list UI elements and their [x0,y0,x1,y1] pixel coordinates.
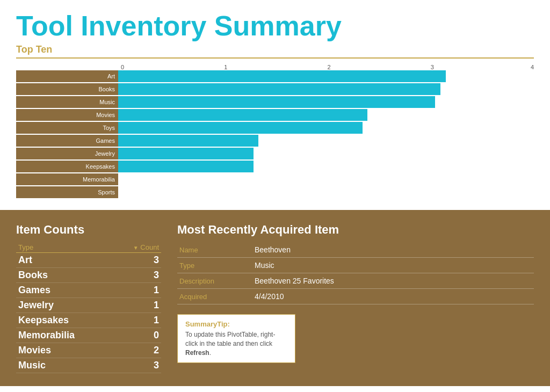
count-value-cell: 3 [113,253,161,268]
recent-table: NameBeethovenTypeMusicDescriptionBeethov… [177,242,534,304]
bar-fill [118,135,258,147]
chart-bar-row: Games [16,135,534,147]
recently-acquired-panel: Most Recently Acquired Item NameBeethove… [161,223,534,373]
bar-fill [118,109,367,121]
bar-label: Games [16,135,118,147]
count-table-row: Music3 [16,358,161,373]
bar-label: Memorabilia [16,173,118,185]
bar-track [118,186,534,198]
page-title: Tool Inventory Summary [0,0,550,44]
bar-track [118,109,534,121]
recent-field-value: Music [252,258,534,273]
chart-bar-row: Music [16,96,534,108]
bar-label: Art [16,70,118,82]
count-table-row: Keepsakes1 [16,313,161,328]
recent-field-value: Beethoven [252,242,534,258]
recent-field-label: Description [177,273,252,289]
bar-label: Books [16,83,118,95]
count-value-cell: 0 [113,328,161,343]
axis-label-1: 1 [224,64,227,70]
chart-bar-row: Books [16,83,534,95]
recently-acquired-heading: Most Recently Acquired Item [177,223,534,237]
bar-fill [118,83,440,95]
axis-label-3: 3 [431,64,434,70]
bar-track [118,148,534,159]
recent-field-label: Name [177,242,252,258]
summary-tip-title: SummaryTip: [185,320,287,328]
recent-field-label: Type [177,258,252,273]
count-value-cell: 2 [113,343,161,358]
bar-label: Keepsakes [16,161,118,172]
summary-tip: SummaryTip: To update this PivotTable, r… [177,314,295,363]
col-count-header: ▼ Count [113,242,161,253]
count-type-cell: Jewelry [16,298,113,313]
bottom-section: Item Counts Type ▼ Count Art3Books3Games… [0,210,550,386]
chart-bar-row: Movies [16,109,534,121]
count-table-row: Art3 [16,253,161,268]
recent-field-label: Acquired [177,289,252,304]
chart-axis: 0 1 2 3 4 [121,61,534,70]
summary-tip-body: To update this PivotTable, right-click i… [185,330,287,357]
count-table-row: Jewelry1 [16,298,161,313]
count-type-cell: Games [16,283,113,298]
chart-bar-row: Sports [16,186,534,198]
bar-fill [118,70,446,82]
count-type-cell: Books [16,268,113,283]
bar-label: Music [16,96,118,108]
count-value-cell: 1 [113,313,161,328]
recent-field-value: Beethoven 25 Favorites [252,273,534,289]
count-table-row: Memorabilia0 [16,328,161,343]
col-type-header: Type [16,242,113,253]
chart-bar-row: Jewelry [16,148,534,159]
recent-table-row: NameBeethoven [177,242,534,258]
count-table: Type ▼ Count Art3Books3Games1Jewelry1Kee… [16,242,161,373]
axis-label-2: 2 [328,64,331,70]
bar-fill [118,96,435,108]
bar-track [118,161,534,172]
recent-table-row: TypeMusic [177,258,534,273]
chart-bars: ArtBooksMusicMoviesToysGamesJewelryKeeps… [16,70,534,198]
item-counts-heading: Item Counts [16,223,161,237]
filter-icon: ▼ [133,245,139,251]
count-type-cell: Memorabilia [16,328,113,343]
count-type-cell: Movies [16,343,113,358]
bar-track [118,135,534,147]
item-counts-panel: Item Counts Type ▼ Count Art3Books3Games… [16,223,161,373]
chart-bar-row: Toys [16,122,534,134]
bar-track [118,122,534,134]
bar-label: Toys [16,122,118,134]
count-table-row: Movies2 [16,343,161,358]
axis-label-0: 0 [121,64,124,70]
bar-fill [118,148,254,159]
count-value-cell: 1 [113,283,161,298]
recent-field-value: 4/4/2010 [252,289,534,304]
count-table-row: Books3 [16,268,161,283]
count-type-cell: Keepsakes [16,313,113,328]
chart-container: 0 1 2 3 4 ArtBooksMusicMoviesToysGamesJe… [16,57,534,198]
count-type-cell: Music [16,358,113,373]
recent-table-row: Acquired4/4/2010 [177,289,534,304]
chart-bar-row: Art [16,70,534,82]
bar-label: Jewelry [16,148,118,159]
count-value-cell: 1 [113,298,161,313]
bar-track [118,70,534,82]
count-type-cell: Art [16,253,113,268]
bar-track [118,83,534,95]
count-table-row: Games1 [16,283,161,298]
bar-fill [118,161,254,172]
bar-fill [118,122,363,134]
count-value-cell: 3 [113,358,161,373]
bar-track [118,96,534,108]
recent-table-row: DescriptionBeethoven 25 Favorites [177,273,534,289]
count-value-cell: 3 [113,268,161,283]
bar-track [118,173,534,185]
chart-subtitle: Top Ten [16,44,534,55]
chart-bar-row: Keepsakes [16,161,534,172]
chart-bar-row: Memorabilia [16,173,534,185]
bar-label: Sports [16,186,118,198]
chart-section: Top Ten 0 1 2 3 4 ArtBooksMusicMoviesToy… [0,44,550,210]
bar-label: Movies [16,109,118,121]
axis-label-4: 4 [531,64,534,70]
